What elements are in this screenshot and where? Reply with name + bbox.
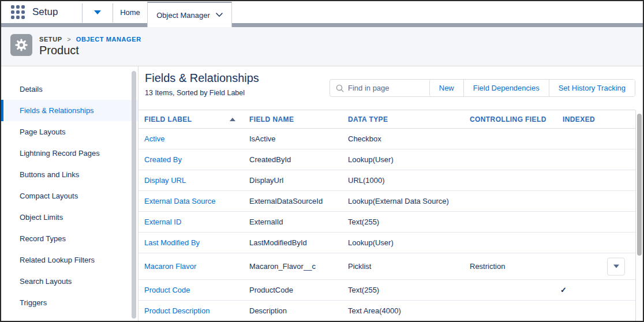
column-header-label: DATA TYPE: [348, 115, 388, 123]
app-launcher-icon[interactable]: [11, 5, 25, 19]
column-header-field-name[interactable]: FIELD NAME: [244, 115, 342, 123]
panel-subtitle: 13 Items, Sorted by Field Label: [145, 89, 245, 97]
tab-object-manager-label: Object Manager: [156, 11, 210, 20]
field-label-link[interactable]: Last Modified By: [138, 238, 244, 247]
data-type-cell: Picklist: [342, 262, 464, 271]
sidebar-item-buttons-and-links[interactable]: Buttons and Links: [1, 164, 138, 185]
field-label-link[interactable]: External ID: [138, 218, 244, 226]
sidebar-item-related-lookup-filters[interactable]: Related Lookup Filters: [1, 249, 138, 271]
controlling-field-cell: Restriction: [464, 262, 557, 271]
sidebar-item-fields-relationships[interactable]: Fields & Relationships: [1, 100, 138, 121]
new-button[interactable]: New: [430, 80, 463, 96]
fields-table: FIELD LABELFIELD NAMEDATA TYPECONTROLLIN…: [138, 110, 635, 321]
setup-top-nav: Setup Home Object Manager: [1, 1, 643, 27]
setup-gear-icon: [10, 34, 32, 56]
app-name-label: Setup: [32, 6, 58, 18]
field-name-cell: ExternalDataSourceId: [244, 197, 342, 205]
tab-home[interactable]: Home: [113, 1, 147, 23]
table-row: ActiveIsActiveCheckbox: [138, 129, 635, 149]
table-scrollbar-thumb[interactable]: [637, 114, 642, 256]
field-name-cell: CreatedById: [244, 155, 342, 164]
field-label-link[interactable]: Product Description: [138, 306, 244, 315]
sidebar-item-validation-rules[interactable]: Validation Rules: [1, 313, 138, 321]
fields-toolbar: Fields & Relationships 13 Items, Sorted …: [138, 66, 643, 110]
page-title: Product: [39, 44, 79, 57]
field-name-cell: DisplayUrl: [244, 176, 342, 185]
field-name-cell: ExternalId: [244, 218, 342, 226]
sidebar-item-compact-layouts[interactable]: Compact Layouts: [1, 185, 138, 207]
sidebar-item-triggers[interactable]: Triggers: [1, 292, 138, 313]
find-in-page-input[interactable]: [348, 84, 423, 92]
table-row: Macaron FlavorMacaron_Flavor__cPicklistR…: [138, 253, 635, 280]
table-row: Product CodeProductCodeText(255)✓: [138, 280, 635, 301]
field-label-link[interactable]: Active: [138, 134, 244, 143]
field-label-link[interactable]: Created By: [138, 155, 244, 164]
field-name-cell: Macaron_Flavor__c: [244, 262, 342, 271]
field-name-cell: IsActive: [244, 134, 342, 143]
column-header-controlling-field[interactable]: CONTROLLING FIELD: [464, 115, 557, 123]
caret-down-icon: [94, 10, 101, 14]
field-label-link[interactable]: Product Code: [138, 286, 244, 294]
object-sidebar: DetailsFields & RelationshipsPage Layout…: [1, 66, 138, 321]
table-row: Product DescriptionDescriptionText Area(…: [138, 301, 635, 321]
sidebar-item-list: DetailsFields & RelationshipsPage Layout…: [1, 78, 138, 321]
sidebar-item-search-layouts[interactable]: Search Layouts: [1, 271, 138, 292]
browser-window: Setup Home Object Manager: [0, 0, 644, 322]
table-body: ActiveIsActiveCheckboxCreated ByCreatedB…: [138, 129, 635, 321]
breadcrumb-separator: >: [67, 36, 71, 43]
column-header-label: FIELD NAME: [249, 115, 294, 123]
column-header-label: CONTROLLING FIELD: [470, 115, 546, 123]
page-header: SETUP > OBJECT MANAGER Product: [1, 27, 643, 66]
table-row: Display URLDisplayUrlURL(1000): [138, 170, 635, 191]
sidebar-scrollbar[interactable]: [132, 71, 136, 319]
nav-dropdown-button[interactable]: [83, 1, 113, 23]
field-label-link[interactable]: Macaron Flavor: [138, 262, 244, 271]
field-name-cell: LastModifiedById: [244, 238, 342, 247]
table-header-row: FIELD LABELFIELD NAMEDATA TYPECONTROLLIN…: [138, 110, 635, 129]
field-dependencies-button[interactable]: Field Dependencies: [463, 80, 549, 96]
column-header-label: FIELD LABEL: [144, 115, 192, 123]
panel-title: Fields & Relationships: [145, 72, 259, 85]
fields-panel: Fields & Relationships 13 Items, Sorted …: [138, 66, 643, 321]
column-header-indexed[interactable]: INDEXED: [557, 115, 635, 123]
top-nav-shadow-band: [1, 23, 643, 27]
app-brand: Setup: [1, 1, 82, 23]
data-type-cell: Lookup(User): [342, 155, 464, 164]
column-header-field-label[interactable]: FIELD LABEL: [138, 115, 244, 123]
find-in-page-searchbox: [330, 79, 437, 97]
toolbar-button-group: NewField DependenciesSet History Trackin…: [429, 79, 635, 97]
breadcrumb-setup-link[interactable]: SETUP: [39, 36, 62, 43]
breadcrumb-object-manager-link[interactable]: OBJECT MANAGER: [76, 36, 141, 43]
breadcrumb: SETUP > OBJECT MANAGER: [39, 36, 141, 43]
data-type-cell: Lookup(User): [342, 238, 464, 247]
data-type-cell: Lookup(External Data Source): [342, 197, 464, 205]
table-row: Last Modified ByLastModifiedByIdLookup(U…: [138, 233, 635, 253]
table-scrollbar[interactable]: [635, 110, 643, 321]
table-row: External IDExternalIdText(255): [138, 212, 635, 233]
sidebar-item-object-limits[interactable]: Object Limits: [1, 207, 138, 228]
field-name-cell: Description: [244, 306, 342, 315]
tab-object-manager[interactable]: Object Manager: [147, 2, 232, 27]
sidebar-scrollbar-thumb[interactable]: [132, 71, 136, 319]
sidebar-item-lightning-record-pages[interactable]: Lightning Record Pages: [1, 143, 138, 164]
set-history-tracking-button[interactable]: Set History Tracking: [549, 80, 635, 96]
table-row: External Data SourceExternalDataSourceId…: [138, 191, 635, 212]
sidebar-item-details[interactable]: Details: [1, 78, 138, 100]
field-label-link[interactable]: Display URL: [138, 176, 244, 185]
field-label-link[interactable]: External Data Source: [138, 197, 244, 205]
data-type-cell: Text(255): [342, 286, 464, 294]
content-card: DetailsFields & RelationshipsPage Layout…: [1, 66, 643, 321]
row-actions-menu-button[interactable]: [607, 257, 625, 275]
column-header-data-type[interactable]: DATA TYPE: [342, 115, 464, 123]
sidebar-item-page-layouts[interactable]: Page Layouts: [1, 121, 138, 143]
chevron-down-icon: [216, 13, 223, 17]
column-header-label: INDEXED: [563, 115, 595, 123]
sort-ascending-icon: [230, 118, 235, 121]
data-type-cell: Text Area(4000): [342, 306, 464, 315]
sidebar-item-record-types[interactable]: Record Types: [1, 228, 138, 249]
table-row: Created ByCreatedByIdLookup(User): [138, 149, 635, 170]
field-name-cell: ProductCode: [244, 286, 342, 294]
data-type-cell: URL(1000): [342, 176, 464, 185]
indexed-checkmark-cell: ✓: [557, 286, 635, 294]
caret-down-icon: [613, 265, 619, 268]
